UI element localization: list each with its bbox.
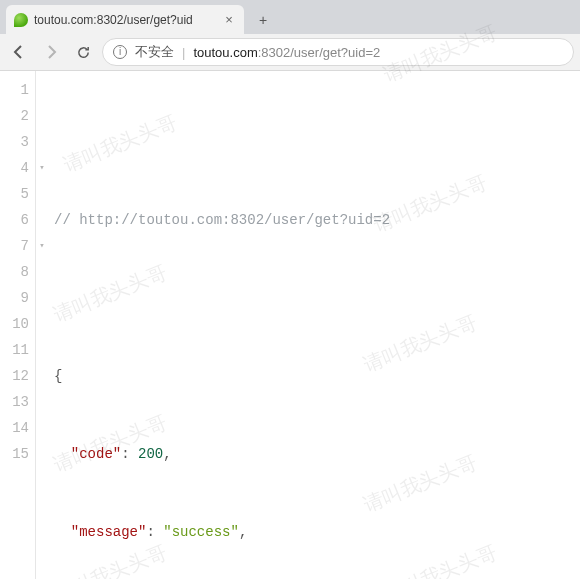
favicon-icon [14,13,28,27]
reload-icon [76,45,91,60]
address-bar[interactable]: i 不安全 | toutou.com:8302/user/get?uid=2 [102,38,574,66]
url-text: toutou.com:8302/user/get?uid=2 [193,45,380,60]
code-line [54,129,390,155]
code-line [54,285,390,311]
code-content[interactable]: // http://toutou.com:8302/user/get?uid=2… [48,71,390,579]
forward-button[interactable] [38,39,64,65]
back-button[interactable] [6,39,32,65]
info-icon: i [113,45,127,59]
close-icon[interactable]: × [222,12,236,27]
security-label: 不安全 [135,43,174,61]
separator: | [182,45,185,60]
fold-gutter: ▾ ▾ [36,71,48,579]
new-tab-button[interactable]: + [250,9,276,31]
browser-tab[interactable]: toutou.com:8302/user/get?uid × [6,5,244,34]
code-line: { [54,363,390,389]
arrow-right-icon [43,44,59,60]
json-viewer: 1 2 3 4 5 6 7 8 9 10 11 12 13 14 15 ▾ ▾ … [0,71,580,579]
fold-toggle[interactable]: ▾ [36,233,48,259]
tab-title: toutou.com:8302/user/get?uid [34,13,216,27]
browser-toolbar: i 不安全 | toutou.com:8302/user/get?uid=2 [0,34,580,71]
code-line: "message": "success", [54,519,390,545]
fold-toggle[interactable]: ▾ [36,155,48,181]
code-line: "code": 200, [54,441,390,467]
code-line: // http://toutou.com:8302/user/get?uid=2 [54,207,390,233]
reload-button[interactable] [70,39,96,65]
line-gutter: 1 2 3 4 5 6 7 8 9 10 11 12 13 14 15 [0,71,36,579]
arrow-left-icon [11,44,27,60]
tab-strip: toutou.com:8302/user/get?uid × + [0,0,580,34]
